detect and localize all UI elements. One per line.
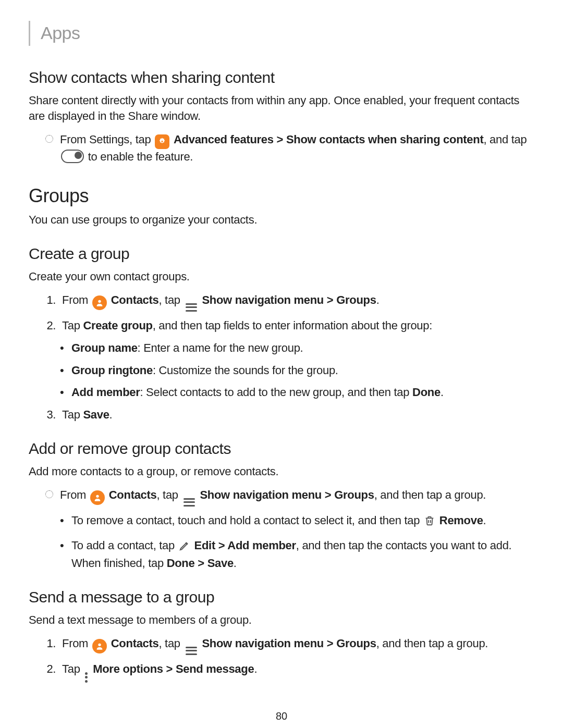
paragraph: Share content directly with your contact… [29, 93, 534, 125]
list-item: Add member: Select contacts to add to th… [71, 385, 534, 401]
heading-add-remove: Add or remove group contacts [29, 438, 534, 460]
heading-show-contacts: Show contacts when sharing content [29, 67, 534, 89]
list-item: Group ringtone: Customize the sounds for… [71, 363, 534, 379]
svg-point-1 [98, 300, 101, 303]
list-item: Tap Save. [59, 407, 534, 423]
paragraph: Create your own contact groups. [29, 269, 534, 285]
list-item: From Contacts, tap Show navigation menu … [59, 636, 534, 655]
list-item: To add a contact, tap Edit > Add member,… [71, 538, 534, 572]
contacts-icon [92, 295, 107, 310]
paragraph: Add more contacts to a group, or remove … [29, 464, 534, 480]
list-item: To remove a contact, touch and hold a co… [71, 513, 534, 532]
paragraph: Send a text message to members of a grou… [29, 612, 534, 628]
contacts-icon [92, 639, 107, 653]
trash-icon [424, 514, 435, 532]
list-item: Group name: Enter a name for the new gro… [71, 340, 534, 356]
svg-point-0 [162, 141, 163, 142]
heading-create-group: Create a group [29, 243, 534, 265]
list-item: From Contacts, tap Show navigation menu … [59, 292, 534, 312]
hamburger-menu-icon [183, 498, 195, 507]
page-section-title: Apps [29, 21, 534, 46]
edit-pencil-icon [179, 540, 190, 556]
list-item: From Settings, tap Advanced features > S… [60, 132, 534, 165]
hamburger-menu-icon [186, 303, 197, 312]
heading-send-message: Send a message to a group [29, 586, 534, 608]
svg-point-3 [98, 644, 101, 646]
list-item: Tap Create group, and then tap fields to… [59, 318, 534, 334]
list-item: From Contacts, tap Show navigation menu … [60, 487, 534, 507]
paragraph: You can use groups to organize your cont… [29, 212, 534, 228]
heading-groups: Groups [29, 183, 534, 209]
toggle-icon [61, 150, 84, 163]
settings-advanced-icon [155, 134, 169, 149]
page-number: 80 [29, 709, 534, 723]
contacts-icon [90, 490, 105, 505]
hamburger-menu-icon [186, 647, 197, 655]
svg-point-2 [96, 495, 99, 497]
more-options-icon [85, 672, 88, 683]
list-item: Tap More options > Send message. [59, 661, 534, 683]
